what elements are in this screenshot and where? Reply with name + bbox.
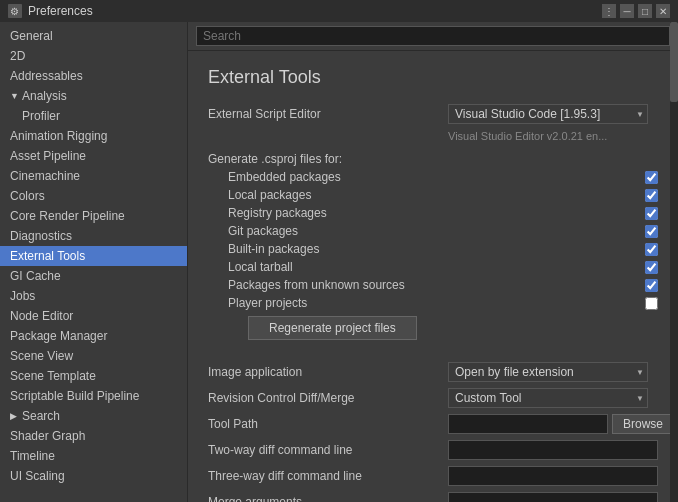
browse-button[interactable]: Browse [612,414,674,434]
merge-arguments-input[interactable] [448,492,658,502]
menu-button[interactable]: ⋮ [602,4,616,18]
scrollbar-thumb[interactable] [670,22,678,102]
checkbox-git-label: Git packages [228,224,645,238]
expand-icon: ▶ [10,411,18,421]
title-bar: ⚙ Preferences ⋮ ─ □ ✕ [0,0,678,22]
sidebar-item-label: Scene View [10,349,73,363]
threeway-diff-label: Three-way diff command line [208,469,448,483]
threeway-diff-input[interactable] [448,466,658,486]
twoway-diff-row: Two-way diff command line [208,440,658,460]
regen-button[interactable]: Regenerate project files [248,316,417,340]
sidebar-item-colors[interactable]: Colors [0,186,187,206]
generate-section-label: Generate .csproj files for: [208,152,658,166]
minimize-button[interactable]: ─ [620,4,634,18]
image-application-row: Image application Open by file extension [208,362,658,382]
title-bar-left: ⚙ Preferences [8,4,93,18]
search-input[interactable] [196,26,670,46]
sidebar-item-label: Analysis [22,89,67,103]
window-title: Preferences [28,4,93,18]
sidebar-item-core-render-pipeline[interactable]: Core Render Pipeline [0,206,187,226]
revision-control-wrapper: Custom Tool [448,388,648,408]
sidebar-item-jobs[interactable]: Jobs [0,286,187,306]
app-icon: ⚙ [8,4,22,18]
sidebar-item-analysis[interactable]: ▼ Analysis [0,86,187,106]
sidebar-item-label: Core Render Pipeline [10,209,125,223]
checkbox-builtin-input[interactable] [645,243,658,256]
revision-control-row: Revision Control Diff/Merge Custom Tool [208,388,658,408]
image-application-wrapper: Open by file extension [448,362,648,382]
sidebar-item-label: Cinemachine [10,169,80,183]
checkbox-local-input[interactable] [645,189,658,202]
image-application-label: Image application [208,365,448,379]
sidebar: General 2D Addressables ▼ Analysis Profi… [0,22,188,502]
sidebar-item-label: Asset Pipeline [10,149,86,163]
scrollbar-track[interactable] [670,22,678,502]
sidebar-item-label: UI Scaling [10,469,65,483]
sidebar-item-diagnostics[interactable]: Diagnostics [0,226,187,246]
sidebar-item-asset-pipeline[interactable]: Asset Pipeline [0,146,187,166]
regen-row: Regenerate project files [228,316,658,350]
twoway-diff-input[interactable] [448,440,658,460]
sidebar-item-general[interactable]: General [0,26,187,46]
checkbox-registry-input[interactable] [645,207,658,220]
checkbox-unknown-sources-label: Packages from unknown sources [228,278,645,292]
sidebar-item-profiler[interactable]: Profiler [0,106,187,126]
tool-path-input[interactable] [448,414,608,434]
external-script-editor-select[interactable]: Visual Studio Code [1.95.3] [448,104,648,124]
sidebar-item-timeline[interactable]: Timeline [0,446,187,466]
sidebar-item-node-editor[interactable]: Node Editor [0,306,187,326]
image-application-select[interactable]: Open by file extension [448,362,648,382]
checkbox-local-tarball-input[interactable] [645,261,658,274]
svg-text:⚙: ⚙ [10,6,19,17]
checkbox-local-tarball-label: Local tarball [228,260,645,274]
sidebar-item-label: Shader Graph [10,429,85,443]
sidebar-item-external-tools[interactable]: External Tools [0,246,187,266]
checkbox-git-input[interactable] [645,225,658,238]
sidebar-item-label: Package Manager [10,329,107,343]
checkbox-git: Git packages [208,224,658,238]
sidebar-item-2d[interactable]: 2D [0,46,187,66]
window-controls[interactable]: ⋮ ─ □ ✕ [602,4,670,18]
sidebar-item-label: Colors [10,189,45,203]
checkbox-embedded: Embedded packages [208,170,658,184]
checkbox-unknown-sources-input[interactable] [645,279,658,292]
sidebar-item-search[interactable]: ▶ Search [0,406,187,426]
tool-path-row: Tool Path Browse [208,414,658,434]
sidebar-item-shader-graph[interactable]: Shader Graph [0,426,187,446]
checkbox-local-tarball: Local tarball [208,260,658,274]
checkbox-builtin: Built-in packages [208,242,658,256]
sidebar-item-label: Animation Rigging [10,129,107,143]
sidebar-item-scriptable-build-pipeline[interactable]: Scriptable Build Pipeline [0,386,187,406]
revision-control-select[interactable]: Custom Tool [448,388,648,408]
tool-path-label: Tool Path [208,417,448,431]
sidebar-item-label: 2D [10,49,25,63]
sidebar-item-scene-view[interactable]: Scene View [0,346,187,366]
page-title: External Tools [208,67,658,88]
checkbox-local-label: Local packages [228,188,645,202]
checkbox-registry-label: Registry packages [228,206,645,220]
search-bar [188,22,678,51]
sidebar-item-label: Jobs [10,289,35,303]
main-container: General 2D Addressables ▼ Analysis Profi… [0,22,678,502]
checkbox-local: Local packages [208,188,658,202]
sidebar-item-label: Diagnostics [10,229,72,243]
sidebar-item-ui-scaling[interactable]: UI Scaling [0,466,187,486]
checkbox-player-projects-input[interactable] [645,297,658,310]
content-area: External Tools External Script Editor Vi… [188,51,678,502]
sidebar-item-label: Node Editor [10,309,73,323]
sidebar-item-addressables[interactable]: Addressables [0,66,187,86]
maximize-button[interactable]: □ [638,4,652,18]
sidebar-item-cinemachine[interactable]: Cinemachine [0,166,187,186]
sidebar-item-package-manager[interactable]: Package Manager [0,326,187,346]
merge-arguments-row: Merge arguments [208,492,658,502]
checkbox-unknown-sources: Packages from unknown sources [208,278,658,292]
sidebar-item-gi-cache[interactable]: GI Cache [0,266,187,286]
sidebar-item-animation-rigging[interactable]: Animation Rigging [0,126,187,146]
checkbox-registry: Registry packages [208,206,658,220]
sidebar-item-label: External Tools [10,249,85,263]
sidebar-item-scene-template[interactable]: Scene Template [0,366,187,386]
external-script-editor-wrapper: Visual Studio Code [1.95.3] [448,104,648,124]
close-button[interactable]: ✕ [656,4,670,18]
checkbox-embedded-input[interactable] [645,171,658,184]
external-script-editor-label: External Script Editor [208,107,448,121]
